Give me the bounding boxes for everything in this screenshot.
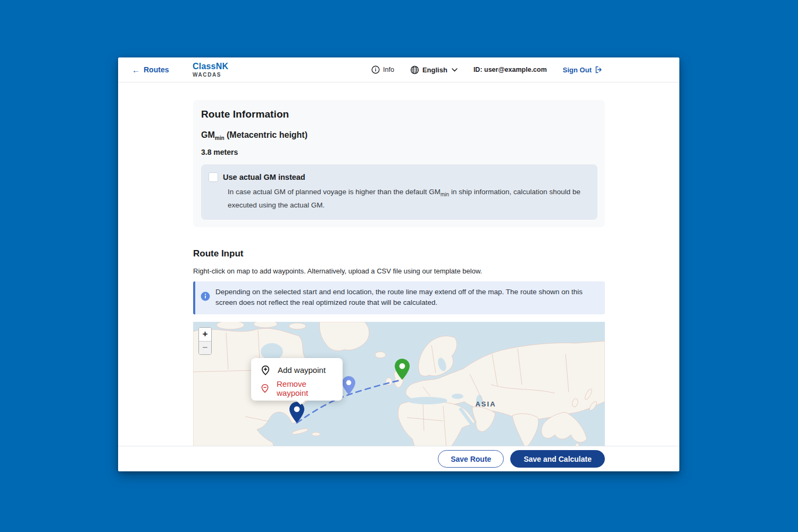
zoom-out-button[interactable]: − (199, 341, 211, 354)
waypoint-marker[interactable] (342, 376, 355, 395)
user-id: ID: user@example.com (473, 66, 547, 73)
gm-min-value: 3.8 meters (201, 148, 597, 156)
info-icon (371, 65, 380, 74)
sign-out-icon (595, 66, 603, 73)
add-waypoint-menu-item[interactable]: Add waypoint (251, 361, 343, 379)
back-arrow-icon: ← (132, 65, 140, 74)
back-link-label: Routes (144, 65, 169, 74)
sign-out-button[interactable]: Sign Out (563, 66, 603, 74)
save-route-button[interactable]: Save Route (438, 450, 504, 468)
remove-waypoint-icon (260, 383, 270, 394)
info-label: Info (383, 66, 394, 73)
route-input-title: Route Input (193, 248, 605, 259)
africa-label: AFRICA (418, 445, 450, 446)
add-waypoint-label: Add waypoint (278, 365, 326, 375)
language-label: English (422, 66, 447, 74)
map-context-menu: Add waypoint Remove waypoint (251, 358, 343, 401)
route-information-title: Route Information (201, 109, 597, 120)
remove-waypoint-menu-item[interactable]: Remove waypoint (251, 379, 343, 397)
main-content: Route Information GMmin (Metacentric hei… (118, 82, 679, 446)
add-waypoint-icon (260, 365, 271, 376)
action-bar: Save Route Save and Calculate (118, 446, 679, 471)
app-logo: ClassNK WACDAS (193, 62, 228, 78)
map-zoom-control: + − (198, 327, 212, 355)
zoom-in-button[interactable]: + (199, 328, 211, 341)
brand-name: ClassNK (193, 62, 228, 71)
back-to-routes-link[interactable]: ← Routes (132, 57, 169, 82)
asia-label: ASIA (475, 400, 496, 408)
globe-icon (410, 65, 419, 74)
use-actual-gm-label[interactable]: Use actual GM instead (223, 173, 305, 181)
sign-out-label: Sign Out (563, 66, 592, 74)
actual-gm-panel: Use actual GM instead In case actual GM … (201, 164, 597, 220)
route-notice-banner: Depending on the selected start and end … (193, 281, 605, 314)
language-selector[interactable]: English (410, 65, 458, 74)
route-map[interactable]: ASIA AFRICA + − (193, 322, 605, 446)
remove-waypoint-label: Remove waypoint (277, 379, 334, 397)
user-id-label: ID: user@example.com (473, 66, 547, 73)
route-input-instruction: Right-click on map to add waypoints. Alt… (193, 267, 605, 275)
route-information-card: Route Information GMmin (Metacentric hei… (193, 100, 605, 227)
notice-info-icon (201, 292, 210, 301)
app-header: ← Routes ClassNK WACDAS Info (118, 57, 679, 82)
chevron-down-icon (452, 68, 458, 72)
save-and-calculate-button[interactable]: Save and Calculate (510, 450, 605, 468)
product-name: WACDAS (193, 72, 228, 78)
end-marker[interactable] (395, 359, 410, 380)
use-actual-gm-description: In case actual GM of planned voyage is h… (228, 187, 589, 211)
start-marker[interactable] (289, 402, 304, 423)
app-window: ← Routes ClassNK WACDAS Info (118, 57, 679, 471)
route-notice-text: Depending on the selected start and end … (215, 287, 591, 308)
use-actual-gm-checkbox[interactable] (209, 172, 218, 182)
gm-min-label: GMmin (Metacentric height) (201, 130, 597, 141)
info-button[interactable]: Info (371, 65, 394, 74)
